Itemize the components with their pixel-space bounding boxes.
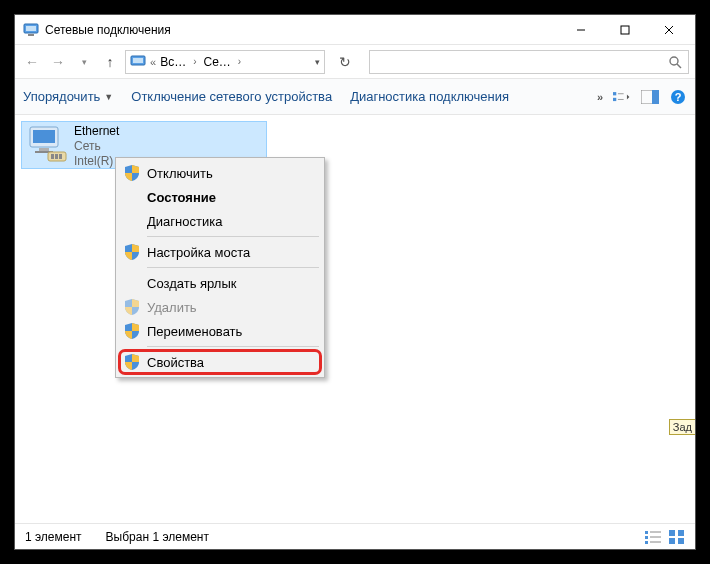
shield-icon <box>123 164 141 182</box>
chevron-right-icon: › <box>193 56 196 67</box>
network-adapter-icon <box>26 124 68 166</box>
item-count: 1 элемент <box>25 530 82 544</box>
organize-menu[interactable]: Упорядочить▼ <box>23 89 113 104</box>
nic-device: Intel(R) <box>74 154 119 169</box>
command-bar: Упорядочить▼ Отключение сетевого устройс… <box>15 79 695 115</box>
svg-rect-29 <box>645 541 648 544</box>
svg-rect-11 <box>613 92 616 95</box>
svg-rect-26 <box>59 154 62 159</box>
up-button[interactable]: ↑ <box>99 51 121 73</box>
shield-icon <box>123 298 141 316</box>
svg-line-10 <box>677 64 681 68</box>
app-icon <box>23 22 39 38</box>
address-dropdown-icon[interactable]: ▾ <box>315 57 320 67</box>
svg-rect-21 <box>39 148 49 151</box>
close-button[interactable] <box>647 16 691 44</box>
window-title: Сетевые подключения <box>45 23 559 37</box>
navigation-bar: ← → ▾ ↑ « Вс… › Се… › ▾ ↻ <box>15 45 695 79</box>
svg-rect-28 <box>645 536 648 539</box>
separator <box>147 236 319 237</box>
forward-button[interactable]: → <box>47 51 69 73</box>
address-seg-2[interactable]: Се… <box>203 55 230 69</box>
chevron-right-icon: › <box>238 56 241 67</box>
shield-icon <box>123 243 141 261</box>
window: Сетевые подключения ← → ▾ ↑ « Вс… › Се… … <box>14 14 696 550</box>
ctx-status[interactable]: Состояние <box>119 185 321 209</box>
svg-rect-27 <box>645 531 648 534</box>
svg-rect-12 <box>613 97 616 100</box>
ctx-disable[interactable]: Отключить <box>119 161 321 185</box>
overflow-button[interactable]: » <box>597 91 603 103</box>
content-area[interactable]: Ethernet Сеть Intel(R) Отключить Состоян… <box>15 115 695 523</box>
separator <box>147 267 319 268</box>
ctx-rename[interactable]: Переименовать <box>119 319 321 343</box>
nic-name: Ethernet <box>74 124 119 139</box>
svg-rect-35 <box>669 538 675 544</box>
history-dropdown[interactable]: ▾ <box>73 51 95 73</box>
shield-icon <box>123 353 141 371</box>
tooltip: Зад <box>669 419 695 435</box>
location-icon <box>130 54 146 70</box>
svg-rect-2 <box>28 34 34 36</box>
svg-rect-20 <box>33 130 55 143</box>
ctx-delete: Удалить <box>119 295 321 319</box>
ctx-bridge[interactable]: Настройка моста <box>119 240 321 264</box>
address-seg-1[interactable]: Вс… <box>160 55 186 69</box>
back-button[interactable]: ← <box>21 51 43 73</box>
minimize-button[interactable] <box>559 16 603 44</box>
search-box[interactable] <box>369 50 689 74</box>
ctx-create-shortcut[interactable]: Создать ярлык <box>119 271 321 295</box>
details-view-button[interactable] <box>645 530 661 544</box>
large-icons-view-button[interactable] <box>669 530 685 544</box>
preview-pane-button[interactable] <box>641 89 659 105</box>
nic-labels: Ethernet Сеть Intel(R) <box>74 124 119 169</box>
help-button[interactable]: ? <box>669 89 687 105</box>
svg-rect-4 <box>621 26 629 34</box>
selection-count: Выбран 1 элемент <box>106 530 209 544</box>
refresh-button[interactable]: ↻ <box>333 50 357 74</box>
titlebar: Сетевые подключения <box>15 15 695 45</box>
svg-rect-1 <box>26 26 36 31</box>
status-bar: 1 элемент Выбран 1 элемент <box>15 523 695 549</box>
svg-rect-33 <box>669 530 675 536</box>
context-menu: Отключить Состояние Диагностика Настройк… <box>115 157 325 378</box>
svg-rect-34 <box>678 530 684 536</box>
svg-rect-24 <box>51 154 54 159</box>
maximize-button[interactable] <box>603 16 647 44</box>
svg-rect-25 <box>55 154 58 159</box>
address-prefix: « <box>150 56 156 68</box>
svg-text:?: ? <box>675 91 682 103</box>
disable-device-button[interactable]: Отключение сетевого устройства <box>131 89 332 104</box>
svg-point-9 <box>670 57 678 65</box>
ctx-properties[interactable]: Свойства <box>119 350 321 374</box>
ctx-diagnose[interactable]: Диагностика <box>119 209 321 233</box>
shield-icon <box>123 322 141 340</box>
separator <box>147 346 319 347</box>
address-bar[interactable]: « Вс… › Се… › ▾ <box>125 50 325 74</box>
svg-rect-36 <box>678 538 684 544</box>
svg-rect-16 <box>652 90 659 104</box>
search-icon <box>668 55 682 69</box>
svg-rect-8 <box>133 58 143 63</box>
view-options-button[interactable] <box>613 89 631 105</box>
diagnose-connection-button[interactable]: Диагностика подключения <box>350 89 509 104</box>
nic-network: Сеть <box>74 139 119 154</box>
